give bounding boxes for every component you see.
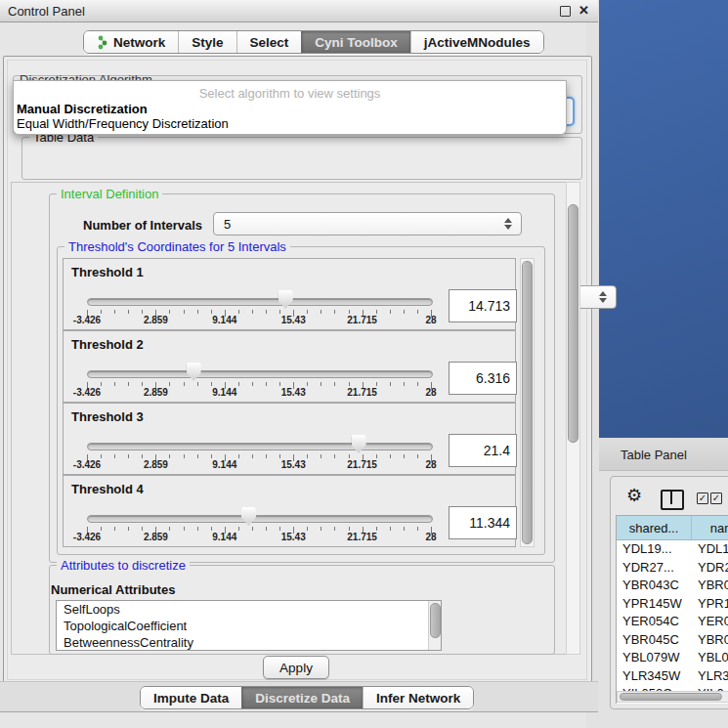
- tick-label: 2.859: [133, 459, 178, 470]
- checkbox-icon[interactable]: ✓: [697, 492, 708, 504]
- thresholds-scrollbar[interactable]: [520, 258, 535, 547]
- tab-select[interactable]: Select: [236, 31, 302, 53]
- cell-name: YBR0: [698, 578, 728, 592]
- tick-mark: [390, 527, 391, 531]
- table-row[interactable]: YDL19...YDL1: [617, 540, 728, 559]
- tick-mark: [238, 454, 239, 458]
- tab-style[interactable]: Style: [178, 31, 236, 53]
- slider-track[interactable]: [87, 298, 433, 306]
- split-columns-icon[interactable]: [661, 490, 684, 510]
- slider-track[interactable]: [87, 370, 433, 378]
- column-header-name[interactable]: name: [692, 516, 728, 540]
- tick-label: 9.144: [202, 315, 247, 325]
- tick-label: 28: [408, 315, 453, 325]
- tab-network[interactable]: Network: [84, 31, 178, 53]
- slider-thumb[interactable]: [352, 435, 366, 453]
- tab-label: Impute Data: [153, 691, 229, 706]
- algorithm-dropdown-popup: Select algorithm to view settings Manual…: [13, 80, 567, 135]
- table-row[interactable]: YBL079WYBL0: [617, 649, 728, 667]
- attribute-item-topologicalcoefficient[interactable]: TopologicalCoefficient: [57, 618, 441, 634]
- table-row[interactable]: YBR043CYBR0: [617, 577, 728, 595]
- threshold-label: Threshold 3: [71, 409, 144, 424]
- tick-mark: [197, 527, 198, 531]
- tick-label: 21.715: [340, 387, 385, 398]
- slider-track[interactable]: [87, 515, 433, 523]
- table-panel-titlebar: Table Panel: [599, 438, 728, 471]
- tick-mark: [349, 454, 350, 458]
- table-row[interactable]: YER054CYER0: [617, 613, 728, 631]
- scrollbar-thumb[interactable]: [430, 603, 441, 638]
- table-row[interactable]: YLR345WYLR3: [617, 667, 728, 686]
- tab-discretize-data[interactable]: Discretize Data: [241, 687, 363, 708]
- tick-mark: [266, 310, 267, 314]
- table-horizontal-scrollbar[interactable]: [617, 691, 728, 703]
- cell-name: YDR2: [698, 560, 728, 575]
- tick-mark: [169, 527, 170, 531]
- threshold-value-field[interactable]: 21.4: [449, 434, 517, 467]
- table-rows: YDL19...YDL1YDR27...YDR2YBR043CYBR0YPR14…: [617, 540, 728, 691]
- attributes-scrollbar[interactable]: [428, 601, 441, 650]
- tick-mark: [349, 310, 350, 314]
- tick-mark: [417, 527, 418, 531]
- bottom-tabbar: Impute DataDiscretize DataInfer Network: [140, 686, 474, 709]
- tick-mark: [279, 454, 280, 458]
- slider-thumb[interactable]: [241, 507, 256, 526]
- cell-shared-name: YLR345W: [622, 668, 680, 683]
- tick-mark: [334, 454, 335, 458]
- scrollbar-thumb[interactable]: [522, 261, 533, 544]
- number-of-intervals-combo[interactable]: 5: [213, 212, 522, 236]
- tick-mark: [169, 310, 170, 314]
- attribute-item-betweennesscentrality[interactable]: BetweennessCentrality: [57, 634, 441, 651]
- tick-mark: [349, 527, 350, 531]
- tab-label: Discretize Data: [255, 691, 350, 706]
- vertical-scrollbar[interactable]: [566, 182, 580, 655]
- tick-mark: [252, 527, 253, 531]
- tab-cyni-toolbox[interactable]: Cyni Toolbox: [301, 31, 410, 53]
- tick-mark: [197, 454, 198, 458]
- tick-mark: [128, 382, 129, 386]
- slider-thumb[interactable]: [187, 363, 201, 381]
- tick-mark: [390, 454, 391, 458]
- algorithm-option-manual[interactable]: Manual Discretization: [14, 102, 569, 116]
- tick-label: 21.715: [340, 532, 385, 542]
- tick-mark: [169, 382, 170, 386]
- tick-label: 2.859: [133, 315, 178, 325]
- gear-icon[interactable]: ⚙: [626, 487, 642, 504]
- column-header-shared-name[interactable]: shared...: [617, 516, 692, 540]
- tick-label: 15.43: [271, 532, 316, 542]
- tab-impute-data[interactable]: Impute Data: [141, 687, 241, 708]
- algorithm-option-equal-width[interactable]: Equal Width/Frequency Discretization: [14, 116, 569, 131]
- tick-mark: [390, 382, 391, 386]
- scrollbar-thumb[interactable]: [568, 204, 578, 443]
- table-row[interactable]: YBR045CYBR0: [617, 631, 728, 650]
- tick-mark: [184, 454, 185, 458]
- tick-label: -3.426: [64, 315, 109, 325]
- tick-mark: [307, 527, 308, 531]
- attribute-item-selfloops[interactable]: SelfLoops: [57, 601, 441, 618]
- tick-mark: [211, 454, 212, 458]
- threshold-value-field[interactable]: 14.713: [449, 289, 517, 322]
- tick-mark: [184, 310, 185, 314]
- tab-infer-network[interactable]: Infer Network: [363, 687, 473, 708]
- tick-mark: [101, 527, 102, 531]
- close-icon[interactable]: ✕: [578, 3, 589, 18]
- table-row[interactable]: YPR145WYPR1: [617, 595, 728, 614]
- restore-icon[interactable]: [560, 6, 571, 17]
- tick-mark: [184, 382, 185, 386]
- tick-mark: [128, 527, 129, 531]
- tab-jactivemnodules[interactable]: jActiveMNodules: [410, 31, 543, 53]
- checkbox-icon[interactable]: ✓: [710, 492, 722, 504]
- threshold-value-field[interactable]: 11.344: [449, 506, 517, 539]
- threshold-value-field[interactable]: 6.316: [449, 362, 517, 395]
- tick-mark: [252, 454, 253, 458]
- slider-thumb[interactable]: [278, 290, 293, 309]
- slider-track[interactable]: [87, 443, 433, 450]
- threshold-label: Threshold 4: [71, 482, 144, 496]
- scrollbar-thumb[interactable]: [620, 693, 722, 701]
- control-panel-title: Control Panel: [8, 4, 85, 19]
- tick-label: 9.144: [202, 459, 247, 470]
- apply-button[interactable]: Apply: [263, 656, 329, 679]
- attributes-list[interactable]: SelfLoopsTopologicalCoefficientBetweenne…: [56, 600, 442, 651]
- table-row[interactable]: YDR27...YDR2: [617, 559, 728, 578]
- cell-shared-name: YBR045C: [622, 632, 679, 647]
